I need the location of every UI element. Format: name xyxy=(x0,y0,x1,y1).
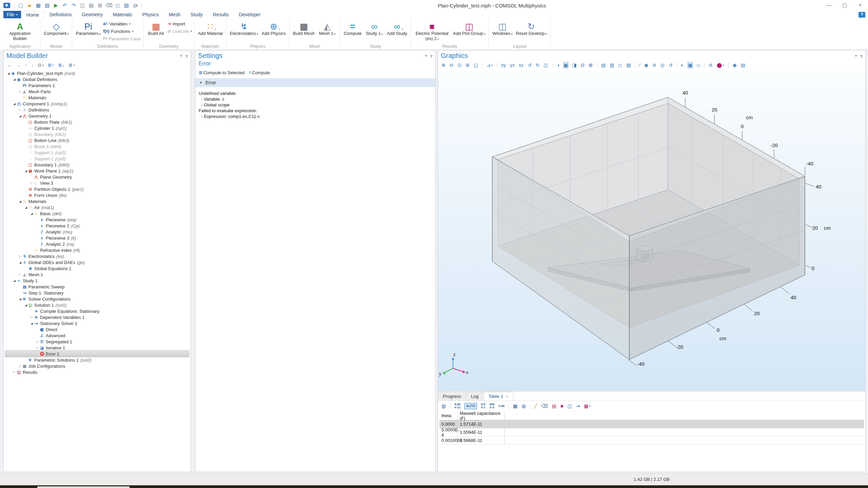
snapshot-camera-button[interactable]: ◉ xyxy=(733,62,737,68)
copy-button[interactable]: ◫ xyxy=(78,1,86,9)
table-settings-button[interactable]: ▦▾ xyxy=(584,403,590,409)
tree-item-parametric-sweep[interactable]: ▤Parametric Sweep xyxy=(5,284,190,290)
go-to-default-view-button[interactable]: ⊿▾ xyxy=(487,62,493,68)
reset-desktop-button[interactable]: ↻Reset Desktop ▾ xyxy=(515,19,548,37)
tree-item-global-definitions[interactable]: ◢◍Global Definitions xyxy=(5,76,190,82)
tree-item-solution-1[interactable]: ◢◱Solution 1(sol1) xyxy=(5,302,190,308)
transparency-toggle-button[interactable]: ▣ xyxy=(688,62,692,68)
table-statistics-button[interactable]: ▥ xyxy=(441,403,446,409)
add-physics-button[interactable]: ⊛↓Add Physics xyxy=(260,19,287,37)
expanded-arrow-icon[interactable]: ◢ xyxy=(24,206,28,209)
tree-item-boundary[interactable]: ▢Boundary(blk2) xyxy=(5,131,190,137)
tree-item-botton-line[interactable]: ▢Botton Line(blk3) xyxy=(5,137,190,143)
collapsed-arrow-icon[interactable]: ▷ xyxy=(18,255,22,258)
delete-button[interactable]: ⌫ xyxy=(105,1,113,9)
column-header-theta[interactable]: theta xyxy=(439,411,458,420)
tree-item-piecewise-3[interactable]: ∧Piecewise 3(k) xyxy=(5,235,190,241)
collapse-all-button[interactable]: ≣↓ xyxy=(58,62,64,68)
pin-icon[interactable]: ┳ xyxy=(185,54,188,58)
tree-item-dependent-variables-1[interactable]: ▷≋Dependent Variables 1 xyxy=(5,314,190,320)
transparency-button[interactable]: ▣ xyxy=(564,62,568,68)
file-menu-button[interactable]: File ▾ xyxy=(3,11,21,18)
view-xy-button[interactable]: xy xyxy=(501,62,506,68)
back-button[interactable]: ← xyxy=(7,62,12,68)
expand-all-button[interactable]: ≣↑ xyxy=(48,62,54,68)
build-all-button[interactable]: ▦Build All xyxy=(146,19,166,37)
engineering-notation-button[interactable]: 850e-3 xyxy=(489,403,494,409)
tree-item-refractive-index[interactable]: ∷Refractive index(rfi) xyxy=(5,247,190,253)
tree-item-partition-objects-1[interactable]: ⊟Partition Objects 1(par1) xyxy=(5,186,190,192)
tree-item-results[interactable]: ▷◫Results xyxy=(5,369,190,375)
tree-item-geometry-1[interactable]: ◢⋀Geometry 1 xyxy=(5,113,190,119)
save-as-button[interactable]: ▨ xyxy=(43,1,51,9)
expanded-arrow-icon[interactable]: ◢ xyxy=(18,298,22,301)
panel-menu-icon[interactable]: ▾ xyxy=(855,54,857,58)
tab-results[interactable]: Results xyxy=(208,11,234,18)
clear-frame-button[interactable]: ▧ xyxy=(626,62,631,68)
rotate-clockwise-button[interactable]: ↻ xyxy=(536,62,540,68)
panel-menu-icon[interactable]: ▾ xyxy=(180,54,182,58)
print-button[interactable]: ▤ xyxy=(741,62,745,68)
tab-materials[interactable]: Materials xyxy=(108,11,137,18)
tree-item-basic[interactable]: ◢∷Basic(def) xyxy=(5,210,190,217)
tree-item-study-1[interactable]: ◢∞Study 1 xyxy=(5,278,190,284)
wireframe-button[interactable]: ◇ xyxy=(696,62,700,68)
measure-button[interactable]: ∕ xyxy=(639,62,640,68)
run-button[interactable]: ▶ xyxy=(52,1,60,9)
tree-item-materials[interactable]: ∷Materials xyxy=(5,95,190,101)
collapsed-arrow-icon[interactable]: ▷ xyxy=(30,181,34,185)
application-builder-button[interactable]: AApplication Builder xyxy=(2,19,38,42)
export-table-button[interactable]: ⇥ xyxy=(576,403,580,409)
tree-item-support-2[interactable]: ○Support 2(cyl3) xyxy=(5,156,190,162)
expanded-arrow-icon[interactable]: ◢ xyxy=(18,115,22,118)
hide-selected-button[interactable]: ⊘ xyxy=(652,62,656,68)
automatic-notation-button[interactable]: AUTO xyxy=(465,403,477,409)
tree-item-support-1[interactable]: ○Support 1(cyl2) xyxy=(5,149,190,156)
disable-clipping-button[interactable]: ⊠ xyxy=(589,62,593,68)
zoom-extents-button[interactable]: ⊞ xyxy=(466,62,470,68)
undo-button[interactable]: ↶ xyxy=(61,1,69,9)
table-display-button[interactable]: ▦ xyxy=(513,403,517,409)
delete-table-button[interactable]: ⌫ xyxy=(541,403,548,409)
tree-item-stationary-solver-1[interactable]: ◢↝Stationary Solver 1 xyxy=(5,320,190,326)
select-frame-button[interactable]: ◻ xyxy=(618,62,623,68)
tree-item-segregated-1[interactable]: ▷☰Segregated 1 xyxy=(5,339,190,345)
tab-physics[interactable]: Physics xyxy=(137,11,164,18)
expanded-arrow-icon[interactable]: ◢ xyxy=(30,322,34,325)
tab-progress[interactable]: Progress xyxy=(438,392,466,401)
plot-table-button[interactable]: ■ xyxy=(560,403,563,409)
duplicate-button[interactable]: ⊞ xyxy=(96,1,104,9)
tab-study[interactable]: Study xyxy=(185,11,208,18)
tree-item-view-3[interactable]: ▷∟View 3 xyxy=(5,180,190,186)
collapsed-arrow-icon[interactable]: ▷ xyxy=(18,108,22,111)
node-text-button[interactable]: ≣▾ xyxy=(68,62,75,68)
tab-developer[interactable]: Developer xyxy=(234,11,266,18)
collapsed-arrow-icon[interactable]: ▷ xyxy=(13,370,16,374)
parameters-button[interactable]: PiParameters ▾ xyxy=(75,19,101,37)
tree-item-component-1[interactable]: ◢◳Component 1(comp1) xyxy=(5,101,190,107)
full-precision-button[interactable]: 8.85e-12 xyxy=(454,403,460,409)
table-row[interactable]: 0.00001.5714E-11 xyxy=(439,420,864,428)
collapsed-arrow-icon[interactable]: ▷ xyxy=(18,90,22,93)
table-row[interactable]: 5.0000E-41.5594E-11 xyxy=(439,428,864,436)
find-button[interactable]: ◎▾ xyxy=(131,1,139,9)
tree-item-mesh-1[interactable]: ▷◭Mesh 1 xyxy=(5,271,190,278)
tree-item-electrostatics[interactable]: ▷↯Electrostatics(es) xyxy=(5,253,190,259)
tree-item-job-configurations[interactable]: ▷▥Job Configurations xyxy=(5,363,190,369)
tree-item-plan-cylinder-test-mph[interactable]: ◢◈Plan-Cylinder_test.mph(root) xyxy=(5,70,190,76)
color-palette-button[interactable]: ⬤▾ xyxy=(717,62,724,68)
zoom-in-button[interactable]: ⊕ xyxy=(441,62,446,68)
compute-button[interactable]: =Compute xyxy=(342,19,363,37)
expanded-arrow-icon[interactable]: ◢ xyxy=(24,169,28,172)
reset-hiding-button[interactable]: ↺ xyxy=(669,62,673,68)
view-yz-button[interactable]: yz xyxy=(510,62,515,68)
tree-item-boundary-1[interactable]: ▢Boundary 1(blk5) xyxy=(5,162,190,168)
collapsed-arrow-icon[interactable]: ▷ xyxy=(18,364,22,368)
tree-item-bottom-plate[interactable]: ▢Bottom Plate(blk1) xyxy=(5,119,190,125)
tree-item-direct[interactable]: ▦Direct xyxy=(5,326,190,332)
livelink-button[interactable]: ⇄LiveLink▾ xyxy=(167,28,192,34)
graphics-canvas[interactable]: 4020cm0-20-404020cm040200cm-20-40zyx xyxy=(438,72,865,390)
tree-item-block-4[interactable]: ▢Block 4(blk4) xyxy=(5,143,190,149)
expanded-arrow-icon[interactable]: ◢ xyxy=(13,102,16,105)
tree-item-piecewise[interactable]: ∧Piecewise(eta) xyxy=(5,217,190,223)
